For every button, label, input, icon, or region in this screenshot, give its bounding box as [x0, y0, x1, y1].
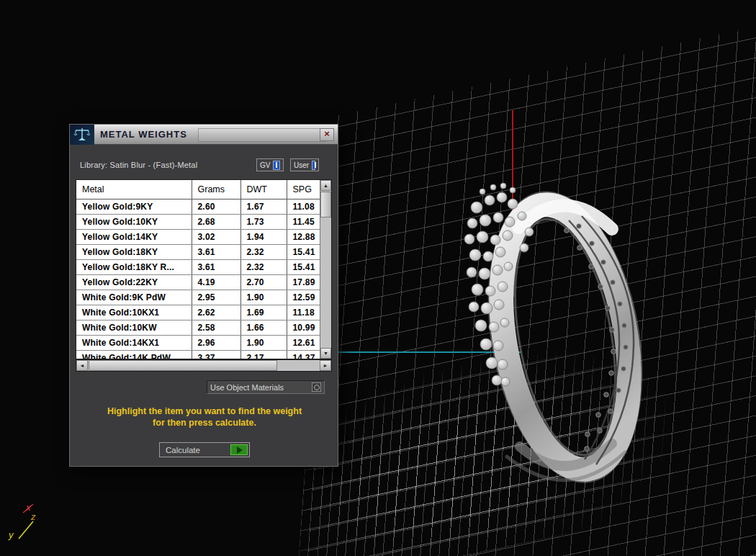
- table-row[interactable]: Yellow Gold:10KY2.681.7311.45: [76, 215, 320, 230]
- dialog-titlebar[interactable]: METAL WEIGHTS ×: [70, 125, 338, 145]
- dialog-title: METAL WEIGHTS: [100, 129, 187, 140]
- table-row[interactable]: Yellow Gold:22KY4.192.7017.89: [76, 275, 320, 290]
- gv-button[interactable]: GV: [256, 158, 284, 171]
- table-row[interactable]: White Gold:14K PdW3.372.1714.37: [76, 351, 320, 360]
- axis-label-z: z: [30, 511, 36, 522]
- gv-button-label: GV: [260, 161, 270, 169]
- axis-gizmo: x z y: [4, 496, 69, 553]
- user-button[interactable]: User: [290, 158, 319, 171]
- axis-label-y: y: [8, 529, 14, 540]
- instruction-line-1: Highlight the item you want to find the …: [70, 405, 339, 417]
- titlebar-panel: [198, 128, 326, 142]
- calculate-button[interactable]: Calculate: [159, 442, 250, 457]
- materials-dropdown[interactable]: Use Object Materials: [207, 380, 325, 394]
- scroll-down-button[interactable]: ▼: [320, 348, 331, 359]
- axis-label-x: x: [25, 502, 31, 513]
- calculate-button-label: Calculate: [166, 446, 200, 454]
- column-header-dwt: DWT: [240, 180, 287, 199]
- library-label: Library: Satin Blur - (Fast)-Metal: [80, 161, 197, 169]
- table-row[interactable]: Yellow Gold:14KY3.021.9412.88: [76, 230, 320, 245]
- table-row[interactable]: White Gold:10KX12.621.6911.18: [76, 305, 320, 320]
- table-header-row: Metal Grams DWT SPG: [76, 180, 320, 199]
- vertical-scroll-track[interactable]: [320, 218, 331, 348]
- table-row[interactable]: White Gold:9K PdW2.951.9012.59: [76, 290, 320, 305]
- user-indicator-icon: [312, 161, 315, 170]
- ring-model[interactable]: [432, 166, 662, 497]
- scroll-right-button[interactable]: ►: [320, 360, 331, 371]
- vertical-scrollbar[interactable]: ▲ ▼: [320, 180, 331, 359]
- instruction-line-2: for then press calculate.: [70, 417, 339, 429]
- dropdown-indicator-icon: [312, 382, 321, 392]
- column-header-spg: SPG: [287, 180, 320, 199]
- play-icon: [230, 444, 248, 455]
- column-header-metal: Metal: [76, 180, 192, 199]
- table-row[interactable]: White Gold:14KX12.961.9012.61: [76, 336, 320, 351]
- vertical-scroll-thumb[interactable]: [320, 192, 331, 218]
- table-row[interactable]: Yellow Gold:18KY3.612.3215.41: [76, 245, 320, 260]
- horizontal-scroll-track[interactable]: [278, 360, 320, 371]
- table-row[interactable]: Yellow Gold:18KY R...3.612.3215.41: [76, 260, 320, 275]
- scale-icon: [70, 125, 94, 145]
- instruction-text: Highlight the item you want to find the …: [70, 405, 339, 429]
- table-row[interactable]: Yellow Gold:9KY2.601.6711.08: [76, 199, 320, 215]
- horizontal-scroll-thumb[interactable]: [89, 360, 277, 371]
- metals-table: Metal Grams DWT SPG Yellow Gold:9KY2.601…: [76, 180, 321, 359]
- column-header-grams: Grams: [192, 180, 240, 199]
- gv-indicator-icon: [273, 161, 280, 170]
- scroll-left-button[interactable]: ◄: [76, 360, 88, 371]
- user-button-label: User: [294, 161, 309, 169]
- table-row[interactable]: White Gold:10KW2.581.6610.99: [76, 320, 320, 336]
- close-button[interactable]: ×: [320, 128, 334, 141]
- metal-weights-dialog: METAL WEIGHTS × Library: Satin Blur - (F…: [69, 124, 338, 467]
- horizontal-scrollbar[interactable]: ◄ ►: [76, 359, 332, 372]
- metals-table-container: Metal Grams DWT SPG Yellow Gold:9KY2.601…: [76, 179, 332, 359]
- viewport-background[interactable]: x z y METAL WEIGHTS × Library: Sa: [0, 0, 756, 556]
- materials-dropdown-value: Use Object Materials: [210, 383, 284, 392]
- scroll-up-button[interactable]: ▲: [320, 180, 331, 191]
